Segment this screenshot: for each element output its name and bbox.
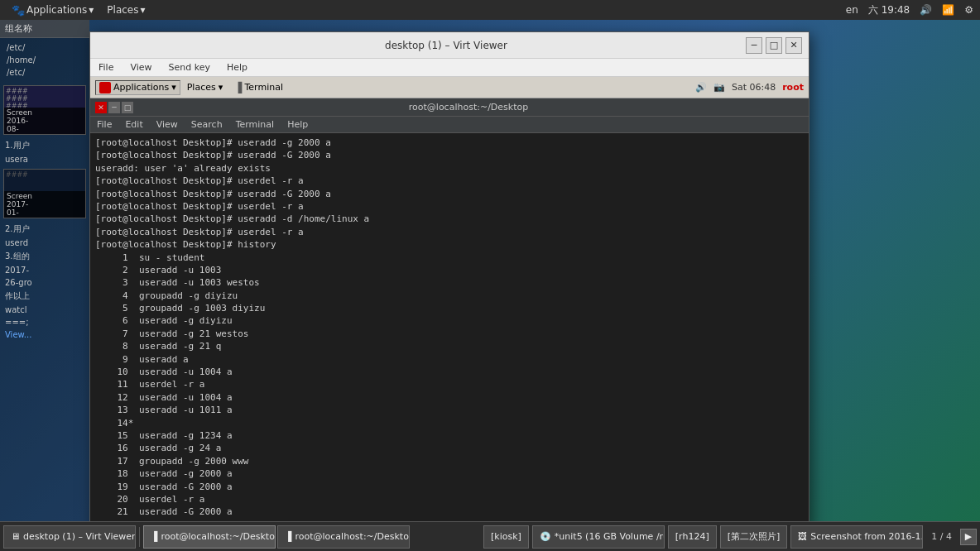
vm-topbar: Applications ▾ Places ▾ ▐ Terminal 🔊 📷 — [90, 77, 809, 98]
terminal-line: 4 groupadd -g diyizu — [95, 290, 804, 302]
terminal-maximize-button[interactable]: □ — [122, 102, 133, 113]
close-button[interactable]: ✕ — [785, 37, 802, 54]
terminal-line: 14* — [95, 417, 804, 429]
photos-label: [第二次照片] — [728, 530, 781, 543]
applications-label: Applications — [26, 4, 87, 16]
vm-places-label: Places — [187, 82, 216, 93]
terminal-controls: ✕ ─ □ — [95, 102, 133, 113]
virt-viewer-window: desktop (1) – Virt Viewer ─ □ ✕ File Vie… — [89, 31, 809, 521]
vm-places-menu[interactable]: Places ▾ — [182, 80, 228, 94]
settings-icon[interactable]: ⚙ — [964, 4, 973, 16]
terminal-line: [root@localhost Desktop]# useradd -G 200… — [95, 149, 804, 161]
taskbar-screenshot[interactable]: 🖼 Screenshot from 2016-1... — [790, 525, 923, 549]
taskbar-photos[interactable]: [第二次照片] — [720, 525, 788, 549]
left-panel-header: 组名称 — [0, 20, 89, 38]
terminal-menu-terminal[interactable]: Terminal — [233, 118, 278, 131]
places-menu[interactable]: Places ▾ — [102, 2, 150, 17]
kiosk-label: [kiosk] — [491, 531, 521, 542]
vm-topbar-right: 🔊 📷 Sat 06:48 root — [695, 82, 804, 93]
topbar-right: en 六 19:48 🔊 📶 ⚙ — [846, 3, 973, 17]
virt-menu-sendkey[interactable]: Send key — [166, 60, 214, 74]
taskbar-rh124[interactable]: [rh124] — [668, 525, 717, 549]
vm-applications-label: Applications — [113, 82, 169, 93]
virt-titlebar: desktop (1) – Virt Viewer ─ □ ✕ — [90, 32, 809, 59]
vm-applications-menu[interactable]: Applications ▾ — [95, 80, 180, 95]
terminal-titlebar: ✕ ─ □ root@localhost:~/Desktop — [90, 98, 809, 117]
maximize-button[interactable]: □ — [766, 37, 782, 54]
left-panel-items: /etc/ /home/ /etc/ — [0, 38, 89, 82]
screen-thumb-1[interactable]: #### #### #### Screen2016-08- — [3, 85, 86, 135]
rh124-label: [rh124] — [675, 531, 709, 542]
terminal-menu-help[interactable]: Help — [284, 118, 311, 131]
taskbar-terminal-1-label: root@localhost:~/Desktop — [161, 531, 276, 542]
taskbar-terminal-2[interactable]: ▐ root@localhost:~/Desktop — [277, 525, 410, 549]
sidebar-label-act: 作以上 — [0, 289, 89, 304]
terminal-close-button[interactable]: ✕ — [95, 102, 107, 113]
virt-window-controls: ─ □ ✕ — [746, 37, 802, 54]
taskbar-unit5[interactable]: 💿 *unit5 (16 GB Volume /ru... — [532, 525, 665, 549]
places-label: Places — [107, 4, 138, 16]
terminal-menu-view[interactable]: View — [153, 118, 181, 131]
terminal-menu-file[interactable]: File — [94, 118, 115, 131]
terminal-line: 2 useradd -u 1003 — [95, 264, 804, 276]
screenshot-icon: 🖼 — [798, 531, 807, 542]
vm-terminal-button[interactable]: ▐ Terminal — [229, 80, 288, 95]
topbar-left: 🐾 Applications ▾ Places ▾ — [7, 2, 151, 18]
view-link[interactable]: View... — [0, 328, 89, 341]
terminal-icon: ▐ — [151, 531, 157, 542]
sidebar-label-usera: usera — [0, 153, 89, 165]
terminal-menu-search[interactable]: Search — [188, 118, 226, 131]
taskbar-terminal-1[interactable]: ▐ root@localhost:~/Desktop — [143, 525, 276, 549]
terminal-menu-edit[interactable]: Edit — [122, 118, 146, 131]
vm-places-chevron: ▾ — [219, 82, 223, 93]
terminal-minimize-button[interactable]: ─ — [108, 102, 120, 113]
terminal-line: 15 useradd -g 1234 a — [95, 429, 804, 442]
minimize-button[interactable]: ─ — [746, 37, 762, 54]
vm-terminal-icon: ▐ — [234, 82, 242, 93]
vm-volume-icon[interactable]: 🔊 — [695, 82, 707, 93]
places-chevron-icon: ▾ — [141, 4, 146, 16]
taskbar-right: [kiosk] 💿 *unit5 (16 GB Volume /ru... [r… — [483, 525, 977, 549]
sidebar-label-gro: 26-gro — [0, 276, 89, 289]
sidebar-label-userd: userd — [0, 237, 89, 249]
terminal-line: 6 useradd -g diyizu — [95, 314, 804, 327]
sidebar-label-date: 2017- — [0, 264, 89, 276]
terminal-line: useradd: user 'a' already exists — [95, 162, 804, 175]
terminal-line: [root@localhost Desktop]# useradd -d /ho… — [95, 213, 804, 225]
terminal-line: 13 useradd -u 1011 a — [95, 404, 804, 416]
taskbar-desktop-item[interactable]: 🖥 desktop (1) – Virt Viewer — [3, 525, 136, 549]
terminal-line: [root@localhost Desktop]# useradd -g 200… — [95, 137, 804, 149]
terminal-line: 21 useradd -G 2000 a — [95, 505, 804, 518]
terminal2-icon: ▐ — [285, 531, 291, 542]
vm-screenshot-icon[interactable]: 📷 — [713, 82, 725, 93]
desktop: 组名称 /etc/ /home/ /etc/ #### #### #### Sc… — [0, 20, 980, 521]
left-panel-item[interactable]: /etc/ — [0, 66, 89, 79]
terminal-line: 10 useradd -u 1004 a — [95, 366, 804, 378]
taskbar-kiosk[interactable]: [kiosk] — [483, 525, 529, 549]
virt-window-title: desktop (1) – Virt Viewer — [147, 40, 746, 51]
screen-thumb-2[interactable]: #### Screen2017-01- — [3, 169, 86, 218]
sidebar-label-2: 2.用户 — [0, 222, 89, 237]
left-panel-item[interactable]: /etc/ — [0, 41, 89, 54]
virt-menu-help[interactable]: Help — [223, 60, 251, 74]
vm-root-label: root — [782, 82, 804, 93]
unit5-label: *unit5 (16 GB Volume /ru... — [555, 531, 665, 542]
terminal-title: root@localhost:~/Desktop — [133, 102, 804, 113]
terminal-body[interactable]: [root@localhost Desktop]# useradd -g 200… — [90, 133, 809, 521]
vm-topbar-left: Applications ▾ Places ▾ ▐ Terminal — [95, 80, 288, 95]
taskbar-nav-button[interactable]: ▶ — [960, 529, 977, 545]
time-label: 六 19:48 — [868, 3, 910, 17]
volume-icon[interactable]: 🔊 — [920, 4, 932, 16]
apps-icon: 🐾 — [12, 4, 25, 17]
vm-apps-chevron: ▾ — [171, 82, 176, 93]
left-panel-item[interactable]: /home/ — [0, 54, 89, 66]
virt-menu-file[interactable]: File — [95, 60, 117, 74]
terminal-line: [root@localhost Desktop]# useradd -G 200… — [95, 188, 804, 200]
left-panel: 组名称 /etc/ /home/ /etc/ #### #### #### Sc… — [0, 20, 89, 521]
network-icon[interactable]: 📶 — [942, 4, 954, 16]
sidebar-label-1: 1.用户 — [0, 138, 89, 153]
virt-menu-view[interactable]: View — [127, 60, 155, 74]
applications-menu[interactable]: 🐾 Applications ▾ — [7, 2, 98, 18]
terminal-window: ✕ ─ □ root@localhost:~/Desktop File Edit… — [90, 98, 809, 521]
locale-label: en — [846, 4, 858, 16]
